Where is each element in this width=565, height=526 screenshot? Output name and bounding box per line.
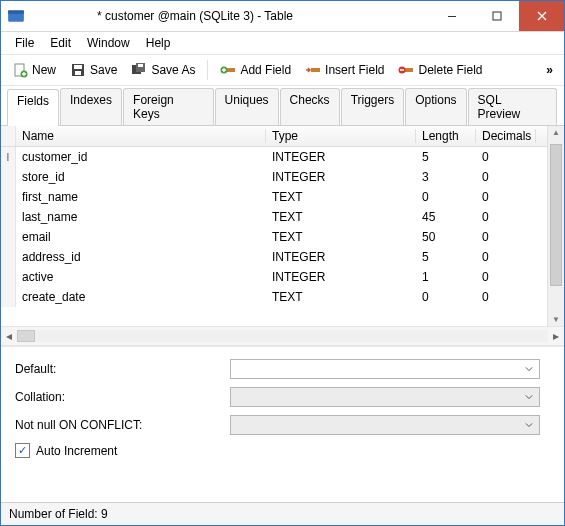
menu-edit[interactable]: Edit	[42, 34, 79, 52]
menu-window[interactable]: Window	[79, 34, 138, 52]
cell-name[interactable]: active	[16, 270, 266, 284]
cell-decimals[interactable]: 0	[476, 170, 536, 184]
cell-name[interactable]: store_id	[16, 170, 266, 184]
cell-decimals[interactable]: 0	[476, 270, 536, 284]
menu-file[interactable]: File	[7, 34, 42, 52]
default-input[interactable]	[230, 359, 540, 379]
close-button[interactable]	[519, 1, 564, 31]
cell-length[interactable]: 0	[416, 190, 476, 204]
toolbar: New Save Save As Add Field Insert Field	[1, 55, 564, 86]
cell-decimals[interactable]: 0	[476, 210, 536, 224]
chevron-down-icon	[521, 417, 537, 433]
cell-length[interactable]: 1	[416, 270, 476, 284]
row-indicator	[1, 267, 16, 287]
insert-field-button[interactable]: Insert Field	[300, 60, 389, 80]
tab-indexes[interactable]: Indexes	[60, 88, 122, 125]
menu-help[interactable]: Help	[138, 34, 179, 52]
cell-type[interactable]: INTEGER	[266, 170, 416, 184]
cell-type[interactable]: TEXT	[266, 230, 416, 244]
scroll-up-arrow[interactable]: ▲	[548, 128, 564, 137]
save-as-button[interactable]: Save As	[126, 60, 200, 80]
scroll-down-arrow[interactable]: ▼	[548, 315, 564, 324]
tab-triggers[interactable]: Triggers	[341, 88, 405, 125]
cell-name[interactable]: create_date	[16, 290, 266, 304]
cell-decimals[interactable]: 0	[476, 290, 536, 304]
cell-name[interactable]: last_name	[16, 210, 266, 224]
column-header-name[interactable]: Name	[16, 129, 266, 143]
table-row[interactable]: first_nameTEXT00	[1, 187, 547, 207]
save-button[interactable]: Save	[65, 60, 122, 80]
grid-body[interactable]: Icustomer_idINTEGER50store_idINTEGER30fi…	[1, 147, 547, 307]
save-as-icon	[131, 62, 147, 78]
scroll-right-arrow[interactable]: ▸	[548, 329, 564, 343]
auto-increment-checkbox[interactable]	[15, 443, 30, 458]
column-header-type[interactable]: Type	[266, 129, 416, 143]
column-header-length[interactable]: Length	[416, 129, 476, 143]
table-row[interactable]: emailTEXT500	[1, 227, 547, 247]
collation-label: Collation:	[15, 390, 230, 404]
table-row[interactable]: address_idINTEGER50	[1, 247, 547, 267]
tab-sql-preview[interactable]: SQL Preview	[468, 88, 557, 125]
grid-header: Name Type Length Decimals	[1, 126, 547, 147]
row-collation: Collation:	[15, 387, 550, 407]
cell-decimals[interactable]: 0	[476, 230, 536, 244]
row-header-blank	[1, 126, 16, 146]
tab-checks[interactable]: Checks	[280, 88, 340, 125]
cell-length[interactable]: 0	[416, 290, 476, 304]
cell-length[interactable]: 5	[416, 250, 476, 264]
row-indicator	[1, 287, 16, 307]
cell-decimals[interactable]: 0	[476, 250, 536, 264]
table-row[interactable]: activeINTEGER10	[1, 267, 547, 287]
cell-name[interactable]: address_id	[16, 250, 266, 264]
cell-type[interactable]: TEXT	[266, 210, 416, 224]
collation-input[interactable]	[230, 387, 540, 407]
cell-name[interactable]: customer_id	[16, 150, 266, 164]
cell-type[interactable]: TEXT	[266, 190, 416, 204]
statusbar: Number of Field: 9	[1, 502, 564, 525]
delete-field-button[interactable]: Delete Field	[393, 60, 487, 80]
tab-uniques[interactable]: Uniques	[215, 88, 279, 125]
window-title: * customer @main (SQLite 3) - Table	[0, 9, 429, 23]
table-row[interactable]: create_dateTEXT00	[1, 287, 547, 307]
tab-options[interactable]: Options	[405, 88, 466, 125]
cell-type[interactable]: INTEGER	[266, 250, 416, 264]
row-default: Default:	[15, 359, 550, 379]
cell-length[interactable]: 3	[416, 170, 476, 184]
tab-fields[interactable]: Fields	[7, 89, 59, 126]
horizontal-scrollbar[interactable]: ◂ ▸	[1, 327, 564, 346]
toolbar-overflow-button[interactable]: »	[541, 61, 558, 79]
row-indicator	[1, 207, 16, 227]
tab-foreign-keys[interactable]: Foreign Keys	[123, 88, 214, 125]
cell-type[interactable]: INTEGER	[266, 270, 416, 284]
svg-rect-14	[311, 68, 320, 72]
maximize-button[interactable]	[474, 1, 519, 31]
cell-decimals[interactable]: 0	[476, 190, 536, 204]
cell-type[interactable]: INTEGER	[266, 150, 416, 164]
scroll-left-arrow[interactable]: ◂	[1, 329, 17, 343]
cell-name[interactable]: email	[16, 230, 266, 244]
cell-type[interactable]: TEXT	[266, 290, 416, 304]
cell-name[interactable]: first_name	[16, 190, 266, 204]
menubar: File Edit Window Help	[1, 32, 564, 55]
cell-length[interactable]: 45	[416, 210, 476, 224]
delete-field-label: Delete Field	[418, 63, 482, 77]
hscroll-track[interactable]	[17, 330, 548, 342]
cell-decimals[interactable]: 0	[476, 150, 536, 164]
table-row[interactable]: Icustomer_idINTEGER50	[1, 147, 547, 167]
chevron-down-icon	[521, 389, 537, 405]
cell-length[interactable]: 50	[416, 230, 476, 244]
add-field-button[interactable]: Add Field	[215, 60, 296, 80]
table-row[interactable]: last_nameTEXT450	[1, 207, 547, 227]
new-button[interactable]: New	[7, 60, 61, 80]
column-header-decimals[interactable]: Decimals	[476, 129, 536, 143]
hscroll-thumb[interactable]	[17, 330, 35, 342]
add-field-icon	[220, 62, 236, 78]
minimize-button[interactable]	[429, 1, 474, 31]
cell-length[interactable]: 5	[416, 150, 476, 164]
scroll-thumb[interactable]	[550, 144, 562, 286]
notnull-input[interactable]	[230, 415, 540, 435]
add-field-label: Add Field	[240, 63, 291, 77]
row-indicator	[1, 227, 16, 247]
vertical-scrollbar[interactable]: ▲ ▼	[547, 126, 564, 326]
table-row[interactable]: store_idINTEGER30	[1, 167, 547, 187]
